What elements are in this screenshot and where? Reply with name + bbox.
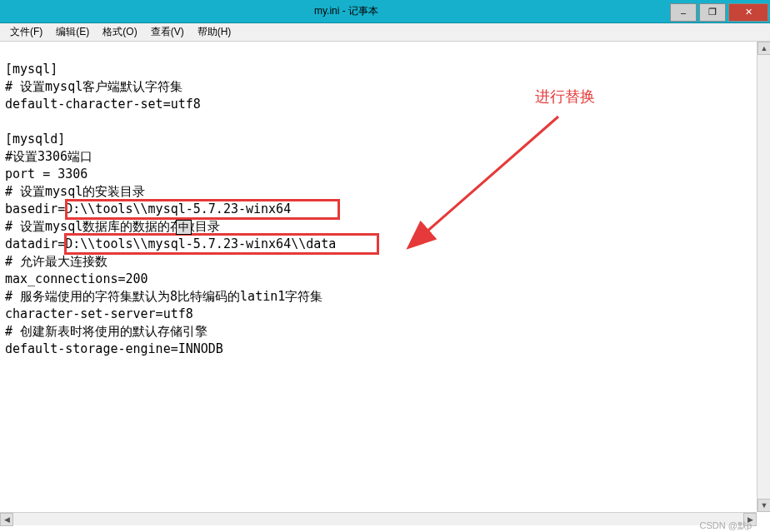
editor-line: datadir=D:\\tools\\mysql-5.7.23-winx64\\… [5,236,336,251]
notepad-icon [0,0,23,23]
vertical-scrollbar[interactable]: ▲ ▼ [757,42,770,512]
editor-line: # 服务端使用的字符集默认为8比特编码的latin1字符集 [5,289,322,304]
editor-line: basedir=D:\\tools\\mysql-5.7.23-winx64 [5,201,291,216]
menubar: 文件(F) 编辑(E) 格式(O) 查看(V) 帮助(H) [0,23,770,42]
minimize-button[interactable]: – [670,3,697,22]
editor-line: [mysql] [5,62,58,77]
menu-file[interactable]: 文件(F) [3,23,49,41]
menu-help[interactable]: 帮助(H) [191,23,238,41]
watermark: CSDN @默p [694,520,757,532]
scroll-left-icon[interactable]: ◀ [0,513,13,526]
editor-line: # 设置mysql数据库的数据的存放目录 [5,219,220,234]
menu-format[interactable]: 格式(O) [96,23,143,41]
editor-line: max_connections=200 [5,271,148,286]
menu-view[interactable]: 查看(V) [144,23,191,41]
scroll-up-icon[interactable]: ▲ [758,42,770,55]
horizontal-scrollbar[interactable]: ◀ ▶ [0,512,757,525]
editor-line: # 设置mysql客户端默认字符集 [5,79,182,94]
editor-line: default-storage-engine=INNODB [5,341,223,356]
editor-line: character-set-server=utf8 [5,306,193,321]
editor-line: default-character-set=utf8 [5,97,201,112]
close-button[interactable]: ✕ [728,3,768,22]
editor-line: # 允许最大连接数 [5,254,108,269]
menu-edit[interactable]: 编辑(E) [49,23,96,41]
editor-line: # 创建新表时将使用的默认存储引擎 [5,324,208,339]
editor-line: # 设置mysql的安装目录 [5,184,145,199]
editor-line: port = 3306 [5,167,88,181]
editor-line: #设置3306端口 [5,149,92,164]
editor-line: [mysqld] [5,132,65,147]
text-editor[interactable]: [mysql] # 设置mysql客户端默认字符集 default-charac… [0,42,770,511]
window-title: my.ini - 记事本 [23,4,669,18]
scroll-down-icon[interactable]: ▼ [758,499,770,512]
titlebar: my.ini - 记事本 – ❐ ✕ [0,0,770,23]
maximize-button[interactable]: ❐ [699,3,726,22]
